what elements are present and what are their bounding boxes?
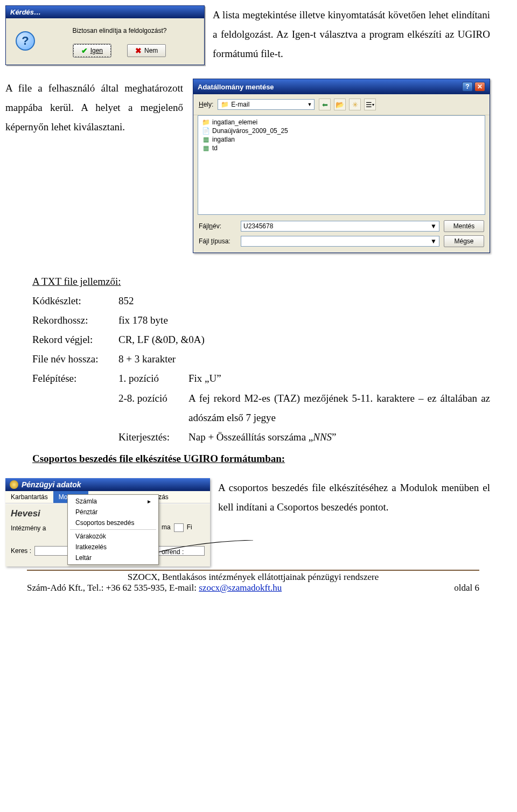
folder-icon: 📁: [220, 101, 229, 108]
app-window-titlebar: Pénzügyi adatok: [5, 478, 210, 491]
form-label-1: Intézmény a: [11, 524, 46, 532]
save-button[interactable]: Mentés: [444, 220, 484, 232]
paragraph-3: A csoportos beszedés file elkészítéséhez…: [218, 478, 490, 566]
filename-label: Fájlnév:: [199, 222, 236, 230]
views-button[interactable]: ☰▾: [364, 99, 376, 110]
question-dialog-message: Biztosan elindítja a feldolgozást?: [40, 27, 199, 34]
close-button[interactable]: ✕: [474, 82, 485, 92]
filetype-label: Fájl típusa:: [199, 237, 236, 245]
xls-icon: ▦: [201, 144, 210, 152]
question-dialog-titlebar: Kérdés…: [6, 6, 204, 18]
menu-item-varakozok[interactable]: Várakozók: [68, 531, 158, 542]
save-dialog-title: Adatállomány mentése: [198, 83, 274, 91]
menu-item-szamla[interactable]: Számla▸: [68, 496, 158, 507]
app-window-title: Pénzügyi adatok: [22, 480, 81, 489]
question-dialog: Kérdés… ? Biztosan elindítja a feldolgoz…: [5, 5, 205, 65]
app-menu-screenshot: Pénzügyi adatok Karbantartás Modulok Lek…: [5, 478, 210, 566]
bold-heading: Csoportos beszedés file elkészítése UGIR…: [32, 453, 285, 464]
txt-heading: A TXT file jellemzői:: [32, 272, 490, 291]
page-footer: SZOCX, Bentlakásos intézmények ellátottj…: [27, 570, 479, 593]
list-item[interactable]: 📄Dunaújváros_2009_05_25: [200, 127, 483, 135]
form-fragment: Fi: [187, 523, 192, 532]
folder-icon: 📁: [201, 118, 210, 126]
chevron-down-icon: ▼: [430, 237, 437, 245]
txt-file-properties: A TXT file jellemzői: Kódkészlet:852 Rek…: [32, 272, 490, 468]
submenu-arrow-icon: ▸: [148, 498, 151, 505]
location-combo[interactable]: 📁E-mail ▼: [218, 99, 315, 110]
menu-item-csoportos[interactable]: Csoportos beszedés: [68, 517, 158, 528]
modulok-dropdown: Számla▸ Pénztár Csoportos beszedés Várak…: [67, 494, 159, 565]
location-value: E-mail: [231, 101, 249, 108]
filename-input[interactable]: U2345678▼: [241, 221, 439, 232]
menu-item-penztar[interactable]: Pénztár: [68, 507, 158, 517]
form-fragment: ma: [162, 523, 171, 532]
list-item[interactable]: ▦td: [200, 144, 483, 152]
filetype-input[interactable]: ▼: [241, 236, 439, 247]
save-dialog-titlebar: Adatállomány mentése ? ✕: [193, 79, 490, 94]
check-icon: ✔: [81, 46, 88, 55]
save-dialog: Adatállomány mentése ? ✕ Hely: 📁E-mail ▼…: [193, 79, 490, 253]
cancel-button[interactable]: Mégse: [444, 235, 484, 247]
chevron-down-icon: ▼: [430, 222, 437, 230]
new-folder-button[interactable]: ✳: [349, 99, 361, 110]
question-dialog-title: Kérdés…: [10, 8, 41, 16]
yes-button-label: Igen: [90, 47, 103, 54]
page-number: oldal 6: [454, 583, 479, 593]
menu-item-leltar[interactable]: Leltár: [68, 552, 158, 563]
yes-button[interactable]: ✔ Igen: [73, 44, 111, 57]
form-fragment: orrend :: [162, 548, 184, 556]
help-button[interactable]: ?: [462, 82, 473, 92]
fragment-input[interactable]: [174, 523, 184, 532]
no-button[interactable]: ✖ Nem: [127, 44, 166, 57]
footer-line1: SZOCX, Bentlakásos intézmények ellátottj…: [27, 572, 479, 583]
cross-icon: ✖: [135, 46, 142, 55]
file-icon: 📄: [201, 127, 210, 135]
up-folder-button[interactable]: 📂: [334, 99, 346, 110]
paragraph-2: A file a felhasználó által meghatározott…: [5, 79, 183, 253]
list-item[interactable]: ▦ingatlan: [200, 135, 483, 144]
chevron-down-icon: ▼: [307, 102, 312, 107]
xls-icon: ▦: [201, 136, 210, 143]
coin-icon: [10, 480, 18, 489]
file-list[interactable]: 📁ingatlan_elemei 📄Dunaújváros_2009_05_25…: [198, 115, 485, 215]
location-label: Hely:: [199, 101, 213, 108]
menu-karbantartas[interactable]: Karbantartás: [5, 491, 53, 503]
no-button-label: Nem: [144, 47, 158, 54]
question-icon: ?: [16, 31, 35, 51]
footer-email-link[interactable]: szocx@szamadokft.hu: [199, 583, 282, 593]
list-item[interactable]: 📁ingatlan_elemei: [200, 118, 483, 127]
menu-item-iratkezeles[interactable]: Iratkezelés: [68, 542, 158, 552]
menu-separator: [70, 529, 156, 530]
back-button[interactable]: ⬅: [319, 99, 331, 110]
form-label-2: Keres :: [11, 547, 31, 555]
paragraph-1: A lista megtekintése illetve kinyomtatás…: [213, 5, 490, 65]
